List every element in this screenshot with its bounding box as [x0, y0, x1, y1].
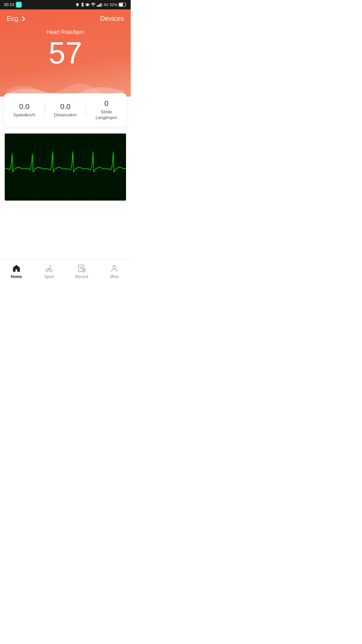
svg-rect-4: [86, 3, 88, 6]
nav-label-home: Home: [11, 274, 22, 279]
record-icon: [77, 264, 86, 273]
hero-section: Ecg. Devices Heart Rate/bpm 57: [0, 9, 131, 97]
stride-value: 0: [104, 99, 108, 108]
app-icon: [16, 2, 22, 8]
battery-label: 52%: [110, 3, 117, 7]
stat-distance: 0.0 Distancekm: [45, 102, 85, 117]
distance-label: Distancekm: [54, 112, 77, 117]
speed-label: Speedkm/h: [13, 112, 36, 117]
chevron-right-icon: [21, 16, 25, 22]
nav-item-record[interactable]: Record: [65, 259, 98, 283]
nav-item-sport[interactable]: Sport: [33, 259, 66, 283]
svg-point-18: [46, 269, 48, 272]
location-icon: [75, 3, 79, 7]
nav-item-mine[interactable]: Mine: [98, 259, 131, 283]
nav-label-mine: Mine: [110, 274, 119, 279]
home-icon: [12, 264, 21, 273]
bluetooth-icon: [81, 2, 84, 7]
svg-rect-11: [102, 3, 102, 7]
svg-point-17: [50, 265, 51, 267]
svg-rect-16: [5, 133, 126, 201]
network-label: 4G: [104, 3, 109, 7]
bottom-nav: Home Sport Record: [0, 259, 131, 283]
svg-rect-10: [101, 3, 102, 7]
heart-rate-label: Heart Rate/bpm: [7, 29, 124, 35]
nav-item-home[interactable]: Home: [0, 259, 33, 283]
stride-label: StrideLengthspm: [96, 109, 117, 121]
wifi-icon: [91, 3, 96, 7]
ecg-link[interactable]: Ecg.: [7, 15, 25, 22]
vibrate-icon: [85, 3, 89, 7]
battery-icon: [119, 3, 127, 7]
stat-speed: 0.0 Speedkm/h: [4, 102, 45, 117]
heart-rate-value: 57: [7, 37, 124, 70]
stat-stride: 0 StrideLengthspm: [86, 99, 127, 121]
svg-rect-13: [119, 3, 123, 6]
nav-label-record: Record: [75, 274, 88, 279]
stats-card: 0.0 Speedkm/h 0.0 Distancekm 0 StrideLen…: [4, 93, 127, 127]
nav-label-sport: Sport: [44, 274, 54, 279]
signal-icon: [97, 3, 102, 7]
sport-icon: [44, 264, 54, 273]
svg-rect-9: [99, 4, 100, 7]
time-display: 00:14: [4, 2, 14, 7]
mine-icon: [110, 264, 119, 273]
speed-value: 0.0: [19, 102, 29, 111]
devices-link[interactable]: Devices: [100, 15, 124, 22]
status-left: 00:14: [4, 2, 22, 8]
svg-point-19: [50, 269, 52, 272]
svg-rect-7: [97, 5, 98, 7]
ecg-chart: [5, 133, 126, 201]
status-bar: 00:14: [0, 0, 131, 9]
status-right: 4G 52%: [75, 2, 127, 7]
distance-value: 0.0: [60, 102, 71, 111]
svg-rect-8: [98, 5, 99, 7]
